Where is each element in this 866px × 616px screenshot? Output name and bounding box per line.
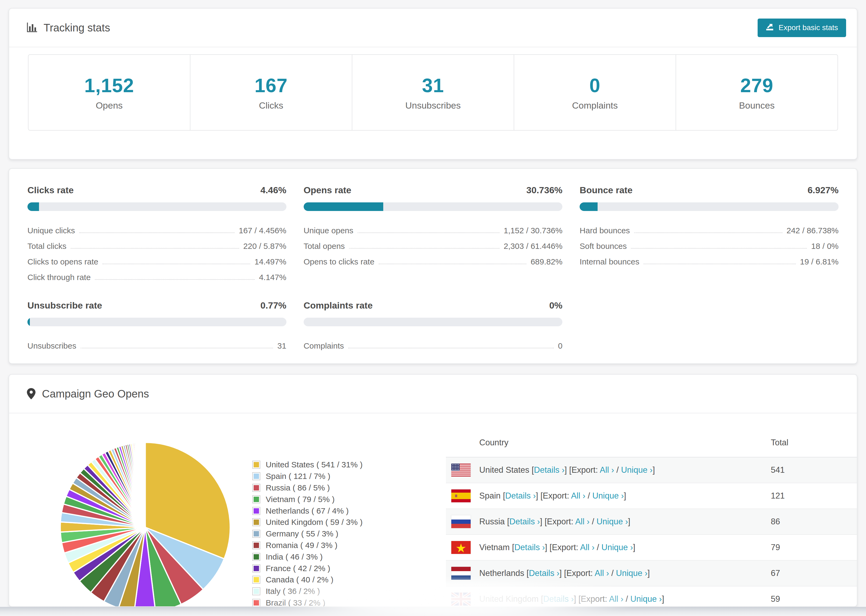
legend-label: United Kingdom ( 59 / 3% ) [266, 518, 362, 527]
rate-row-value: 0 [558, 341, 563, 350]
geo-pie-chart[interactable] [54, 436, 237, 607]
legend-label: Romania ( 49 / 3% ) [266, 541, 337, 550]
legend-swatch [252, 518, 260, 526]
flag-us-icon [451, 464, 471, 476]
rate-row-label: Total opens [304, 242, 345, 251]
rate-row: Hard bounces242 / 86.738% [579, 220, 839, 235]
pie-slice[interactable] [145, 442, 145, 527]
rate-progress-fill [304, 203, 383, 211]
details-link[interactable]: Details › [529, 569, 559, 578]
rate-row: Internal bounces19 / 6.81% [579, 251, 839, 266]
rate-title: Unsubscribe rate [27, 300, 102, 311]
legend-label: Netherlands ( 67 / 4% ) [266, 506, 348, 515]
rate-row-value: 18 / 0% [811, 242, 839, 251]
geo-card-header: Campaign Geo Opens [9, 375, 857, 413]
rate-pct-value: 4.46% [260, 185, 286, 195]
legend-item-netherlands: Netherlands ( 67 / 4% ) [252, 505, 362, 517]
geo-card-title: Campaign Geo Opens [27, 388, 149, 400]
table-row-nl: Netherlands [Details ›] [Export: All › /… [446, 561, 857, 586]
legend-item-romania: Romania ( 49 / 3% ) [252, 540, 362, 551]
stat-label: Clicks [259, 100, 283, 111]
dotted-leader [71, 248, 239, 248]
geo-total-cell: 86 [771, 517, 852, 526]
rates-grid: Clicks rate4.46%Unique clicks167 / 4.456… [9, 169, 857, 350]
rate-title: Bounce rate [579, 185, 633, 195]
table-row-gb: United Kingdom [Details ›] [Export: All … [446, 586, 857, 607]
rate-pct-value: 0% [549, 300, 562, 311]
geo-total-cell: 541 [771, 465, 852, 475]
rates-card: Clicks rate4.46%Unique clicks167 / 4.456… [9, 168, 857, 364]
rate-section-clicks-rate: Clicks rate4.46%Unique clicks167 / 4.456… [27, 185, 287, 282]
geo-total-cell: 59 [771, 594, 852, 604]
rate-pct-value: 30.736% [526, 185, 562, 195]
dashboard-page: Tracking stats Export basic stats 1,152O… [0, 0, 866, 616]
geo-country-cell: Spain [Details ›] [Export: All › / Uniqu… [479, 491, 771, 501]
rate-rows: Unique opens1,152 / 30.736%Total opens2,… [304, 220, 563, 266]
rate-row: Opens to clicks rate689.82% [304, 251, 563, 266]
country-name: United States [479, 465, 532, 475]
rate-title: Complaints rate [304, 300, 373, 311]
export-all-link[interactable]: All › [580, 543, 594, 552]
campaign-geo-opens-card: Campaign Geo Opens United States ( 541 /… [9, 374, 857, 607]
rate-progress-bar [579, 203, 839, 211]
rate-rows: Unique clicks167 / 4.456%Total clicks220… [27, 220, 287, 282]
dotted-leader [349, 248, 499, 248]
legend-label: Russia ( 86 / 5% ) [266, 483, 330, 492]
export-unique-link[interactable]: Unique › [621, 465, 652, 475]
rate-row-value: 31 [277, 341, 286, 350]
legend-label: France ( 42 / 2% ) [266, 564, 330, 573]
rate-section-unsubscribe-rate: Unsubscribe rate0.77%Unsubscribes31 [27, 300, 287, 350]
legend-item-spain: Spain ( 121 / 7% ) [252, 471, 362, 482]
export-all-link[interactable]: All › [609, 594, 623, 603]
country-name: Russia [479, 517, 507, 526]
details-link[interactable]: Details › [505, 491, 536, 500]
legend-swatch [252, 530, 260, 538]
tracking-stats-header: Tracking stats Export basic stats [9, 9, 857, 47]
export-all-link[interactable]: All › [595, 569, 609, 578]
rate-row-label: Clicks to opens rate [27, 257, 98, 266]
details-link[interactable]: Details › [509, 517, 540, 526]
export-unique-link[interactable]: Unique › [601, 543, 633, 552]
rate-row: Click through rate4.147% [27, 266, 287, 282]
geo-table-header-total: Total [771, 438, 852, 448]
tracking-stats-title-text: Tracking stats [44, 22, 110, 34]
dotted-leader [348, 348, 554, 348]
rate-head: Opens rate30.736% [304, 185, 563, 195]
export-icon [766, 23, 774, 33]
legend-label: Canada ( 40 / 2% ) [266, 575, 334, 584]
export-all-link[interactable]: All › [575, 517, 589, 526]
stat-complaints: 0Complaints [514, 55, 675, 130]
export-unique-link[interactable]: Unique › [630, 594, 662, 603]
rate-row: Clicks to opens rate14.497% [27, 251, 287, 266]
details-link[interactable]: Details › [514, 543, 545, 552]
geo-country-cell: Vietnam [Details ›] [Export: All › / Uni… [479, 543, 771, 552]
export-all-link[interactable]: All › [600, 465, 614, 475]
country-name: Netherlands [479, 569, 527, 578]
legend-swatch [252, 564, 260, 572]
rate-row-label: Click through rate [27, 273, 91, 282]
rate-rows: Unsubscribes31 [27, 335, 287, 350]
export-basic-stats-button[interactable]: Export basic stats [757, 19, 846, 37]
legend-item-united-states: United States ( 541 / 31% ) [252, 459, 362, 471]
rate-row-label: Unsubscribes [27, 341, 76, 350]
map-pin-icon [27, 388, 36, 399]
geo-country-cell: Russia [Details ›] [Export: All › / Uniq… [479, 517, 771, 526]
table-row-vn: Vietnam [Details ›] [Export: All › / Uni… [446, 535, 857, 561]
export-unique-link[interactable]: Unique › [592, 491, 624, 500]
export-unique-link[interactable]: Unique › [616, 569, 647, 578]
export-unique-link[interactable]: Unique › [597, 517, 628, 526]
stat-value: 1,152 [84, 74, 134, 96]
stats-summary-row: 1,152Opens167Clicks31Unsubscribes0Compla… [28, 54, 838, 130]
country-name: Vietnam [479, 543, 512, 552]
details-link[interactable]: Details › [543, 594, 574, 603]
legend-label: India ( 46 / 3% ) [266, 552, 323, 561]
rate-row: Unique opens1,152 / 30.736% [304, 220, 563, 235]
details-link[interactable]: Details › [534, 465, 565, 475]
rate-progress-fill [27, 203, 39, 211]
rate-row-value: 167 / 4.456% [239, 226, 287, 235]
export-all-link[interactable]: All › [571, 491, 585, 500]
stat-label: Complaints [572, 100, 618, 111]
flag-es-icon [451, 489, 471, 502]
flag-gb-icon [451, 592, 471, 605]
rate-row: Unsubscribes31 [27, 335, 287, 350]
